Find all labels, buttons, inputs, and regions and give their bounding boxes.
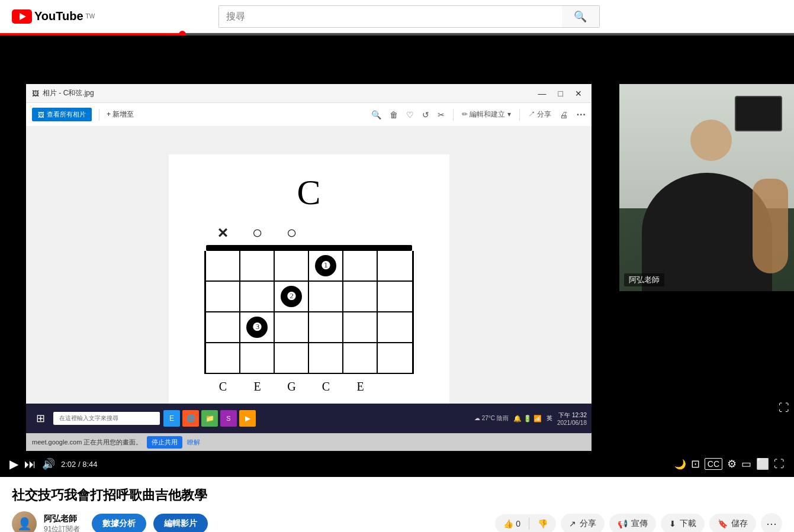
like-button[interactable]: 👍 0 [495, 514, 529, 532]
fret-cell-3-5 [343, 312, 378, 342]
download-label: 下載 [680, 518, 696, 529]
sym-6: ○ [378, 223, 412, 243]
video-black-top [0, 36, 794, 84]
note-e: E [240, 380, 275, 394]
settings-icon[interactable]: ⚙ [727, 457, 737, 470]
right-actions: 👍 0 👎 ↗ 分享 📢 宣傳 ⬇ 下載 [495, 513, 782, 532]
finger-1-dot: ❶ [315, 255, 336, 276]
taskbar-app-5[interactable]: ▶ [239, 410, 256, 427]
video-title: 社交技巧我會打招呼歌曲吉他教學 [12, 486, 782, 504]
more-icon: ⋯ [766, 517, 777, 530]
print-btn[interactable]: 🖨 [560, 110, 568, 120]
captions-icon[interactable]: CC [705, 458, 722, 470]
fret-cell-3-4 [309, 312, 343, 342]
analytics-button[interactable]: 數據分析 [92, 514, 146, 532]
photo-viewer-titlebar: 🖼 相片 - C和弦.jpg — □ ✕ [26, 84, 592, 103]
fret-cell-3-2: ❸ [240, 312, 275, 342]
expand-icon[interactable]: ⛶ [779, 402, 789, 414]
rotate-icon[interactable]: ↺ [422, 110, 429, 120]
save-label: 儲存 [731, 518, 748, 529]
delete-icon[interactable]: 🗑 [390, 110, 398, 120]
next-button[interactable]: ⏭ [24, 457, 36, 471]
taskbar-app-2[interactable]: 🌐 [182, 410, 199, 427]
like-count: 0 [516, 519, 520, 528]
meet-text: meet.google.com 正在共用您的畫面。 [32, 438, 142, 447]
minimize-btn[interactable]: — [535, 89, 550, 98]
share-button[interactable]: ↗ 分享 [561, 514, 605, 532]
save-button[interactable]: 🔖 儲存 [709, 514, 756, 532]
fret-row-3: ❸ [206, 312, 412, 343]
channel-name[interactable]: 阿弘老師 [44, 514, 80, 524]
screen-share-area: 🖼 相片 - C和弦.jpg — □ ✕ 🖼查看所有相片 + 新增至 🔍 🗑 [26, 84, 592, 451]
volume-button[interactable]: 🔊 [42, 457, 55, 470]
more-options-icon[interactable]: ⋯ [576, 109, 586, 120]
like-dislike-group: 👍 0 👎 [495, 514, 556, 532]
note-g: G [275, 380, 309, 394]
start-btn[interactable]: ⊞ [31, 409, 50, 428]
channel-avatar[interactable]: 👤 [12, 511, 37, 532]
crop-icon[interactable]: ✂ [438, 110, 445, 120]
instructor-video-feed: 阿弘老師 [619, 84, 794, 291]
search-button[interactable]: 🔍 [562, 5, 600, 28]
taskbar-app-3[interactable]: 📁 [201, 410, 218, 427]
edit-create-btn[interactable]: ✏ 編輯和建立 ▾ [462, 109, 511, 120]
zoom-in-icon[interactable]: 🔍 [371, 110, 381, 120]
save-icon: 🔖 [718, 519, 728, 528]
fret-grid: ❶ ❷ [204, 251, 414, 374]
share-icon: ↗ [569, 519, 576, 528]
fret-cell-2-5 [343, 282, 378, 311]
taskbar-app-4[interactable]: S [220, 410, 237, 427]
heart-icon[interactable]: ♡ [406, 110, 414, 120]
fret-cell-1-4: ❶ [309, 251, 343, 280]
promote-button[interactable]: 📢 宣傳 [609, 514, 656, 532]
channel-info: 阿弘老師 91位訂閱者 [44, 514, 80, 533]
close-btn[interactable]: ✕ [571, 89, 586, 98]
fret-cell-2-4 [309, 282, 343, 311]
logo-area[interactable]: YouTube TW [12, 9, 130, 24]
finger-3-dot: ❸ [246, 317, 268, 338]
download-button[interactable]: ⬇ 下載 [661, 514, 705, 532]
taskbar-search-placeholder: 在這裡輸入文字來搜尋 [59, 415, 118, 421]
chord-name: C [297, 172, 320, 213]
youtube-logo-icon [12, 9, 32, 24]
toolbar-sep1 [99, 109, 99, 121]
search-area: 🔍 [130, 5, 687, 28]
maximize-btn[interactable]: □ [555, 89, 567, 98]
meet-more-link[interactable]: 瞭解 [187, 438, 200, 447]
theater-mode-icon[interactable]: ▭ [741, 457, 751, 470]
like-icon: 👍 [503, 519, 513, 528]
fret-cell-3-1 [206, 312, 240, 342]
more-actions-button[interactable]: ⋯ [761, 513, 782, 532]
fret-cell-2-1 [206, 282, 240, 311]
share-label: 分享 [580, 518, 596, 529]
miniplayer-icon[interactable]: ⊡ [691, 457, 700, 470]
note-empty [378, 380, 412, 394]
nightmode-icon[interactable]: 🌙 [674, 459, 686, 470]
taskbar-app-1[interactable]: E [163, 410, 180, 427]
view-all-btn[interactable]: 🖼查看所有相片 [32, 108, 92, 121]
add-btn[interactable]: + 新增至 [107, 109, 134, 120]
fret-row-2: ❷ [206, 282, 412, 312]
dislike-button[interactable]: 👎 [529, 514, 556, 532]
time-display: 2:02 / 8:44 [61, 460, 97, 469]
note-c2: C [309, 380, 343, 394]
play-button[interactable]: ▶ [9, 457, 18, 471]
instructor-camera: 阿弘老師 [619, 84, 794, 291]
taskbar-sys-icons: 🔔 🔋 📶 [513, 415, 542, 423]
photo-main: C × ○ ○ ○ ○ ○ [26, 127, 592, 433]
meet-stop-button[interactable]: 停止共用 [147, 436, 182, 449]
share-btn[interactable]: ↗ 分享 [528, 109, 551, 120]
chord-note-labels: C E G C E [206, 380, 412, 394]
search-icon: 🔍 [574, 11, 587, 22]
fret-cell-3-6 [378, 312, 412, 342]
search-input[interactable] [218, 5, 562, 28]
fullscreen-icon[interactable]: ⛶ [774, 458, 785, 470]
edit-video-button[interactable]: 編輯影片 [153, 514, 208, 532]
theater-wide-icon[interactable]: ⬜ [756, 457, 769, 470]
video-section: 🖼 相片 - C和弦.jpg — □ ✕ 🖼查看所有相片 + 新增至 🔍 🗑 [0, 33, 794, 477]
taskbar-search-box[interactable]: 在這裡輸入文字來搜尋 [53, 412, 160, 425]
promote-label: 宣傳 [631, 518, 648, 529]
taskbar-language[interactable]: 英 [547, 414, 552, 423]
instructor-label: 阿弘老師 [624, 273, 664, 286]
toolbar-sep3 [519, 109, 520, 121]
